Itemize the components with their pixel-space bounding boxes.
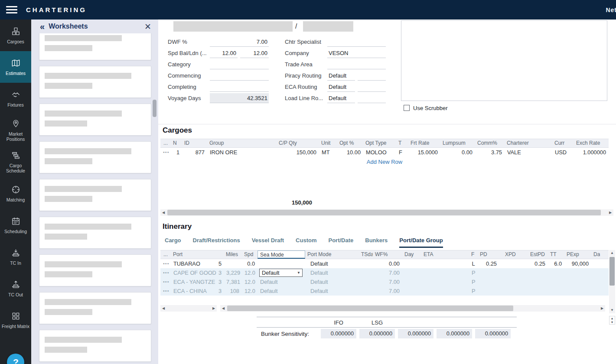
itin-cell-wf[interactable]: 7.00	[373, 286, 402, 296]
itin-cell-da[interactable]	[591, 259, 600, 268]
cargo-row-menu-icon[interactable]: •••	[160, 148, 171, 157]
worksheet-list-item[interactable]	[39, 66, 151, 98]
sidebar-item-market-positions[interactable]: Market Positions	[0, 114, 31, 146]
hamburger-menu-icon[interactable]	[6, 6, 17, 13]
itin-cell-sea-mode[interactable]: Default	[257, 286, 305, 296]
cargo-cell-group[interactable]: IRON ORE	[207, 148, 277, 157]
tab-custom[interactable]: Custom	[296, 237, 316, 248]
piracy-routing-input-2[interactable]	[358, 71, 386, 81]
itin-cell-miles[interactable]: 3,229	[224, 268, 242, 277]
itin-cell-xpd[interactable]	[503, 259, 528, 268]
scroll-right-icon[interactable]: ▶	[607, 211, 613, 214]
itin-cell-port[interactable]: CAPE OF GOOD	[171, 268, 218, 277]
itin-cell-pexp[interactable]	[564, 286, 591, 296]
itin-cell-port[interactable]: ECA - CHINA	[171, 286, 218, 296]
scroll-up-icon[interactable]: ▲	[609, 250, 615, 256]
worksheet-list-item[interactable]	[39, 179, 151, 211]
itin-cell-tt[interactable]: 6.0	[548, 259, 564, 268]
worksheet-list-item[interactable]	[39, 217, 151, 249]
scroll-left-icon[interactable]: ◀	[220, 306, 226, 310]
cargo-cell-frt-rate[interactable]: 15.0000	[408, 148, 440, 157]
cargo-cell-id[interactable]: 877	[182, 148, 207, 157]
cargo-cell-curr[interactable]: USD	[552, 148, 574, 157]
itin-row-menu-icon[interactable]: •••	[160, 268, 171, 277]
itin-cell-xpd[interactable]	[503, 268, 528, 277]
scrollbar-thumb[interactable]	[227, 306, 513, 311]
add-new-row-link[interactable]: Add New Row	[367, 159, 402, 165]
itin-cell-day[interactable]	[402, 259, 421, 268]
itin-cell-clipped[interactable]: 3	[218, 277, 224, 286]
bunker-sensitivity-input[interactable]: 0.000000	[398, 329, 433, 338]
itin-cell-estpd[interactable]	[528, 286, 548, 296]
worksheet-list-item[interactable]	[39, 330, 151, 362]
tab-port-date[interactable]: Port/Date	[328, 237, 353, 248]
scroll-left-icon[interactable]: ◀	[160, 211, 166, 214]
commencing-input[interactable]	[210, 71, 269, 81]
tab-cargo[interactable]: Cargo	[165, 237, 181, 248]
tab-bunkers[interactable]: Bunkers	[365, 237, 388, 248]
dwf-input[interactable]: 7.00	[210, 37, 269, 47]
worksheet-list-item[interactable]	[39, 141, 151, 173]
spd-ldn-input[interactable]: 12.00	[240, 48, 269, 58]
itin-cell-tsday[interactable]	[359, 268, 373, 277]
itin-cell-spd[interactable]: 12.0	[242, 268, 257, 277]
itin-cell-da[interactable]	[591, 277, 600, 286]
itin-cell-eta[interactable]	[421, 259, 469, 268]
itin-cell-day[interactable]	[402, 268, 421, 277]
itin-row-menu-icon[interactable]: •••	[160, 286, 171, 296]
sidebar-item-freight-matrix[interactable]: Freight Matrix	[0, 304, 31, 336]
load-line-input-2[interactable]	[358, 93, 386, 103]
tab-vessel-draft[interactable]: Vessel Draft	[252, 237, 284, 248]
itin-cell-port-mode[interactable]: Default	[305, 259, 359, 268]
itin-row-menu-icon[interactable]: •••	[160, 277, 171, 286]
completing-input[interactable]	[210, 82, 269, 92]
sidebar-item-tc-out[interactable]: TC Out	[0, 273, 31, 304]
itin-cell-pexp[interactable]: 90,000	[564, 259, 591, 268]
category-input[interactable]	[210, 59, 269, 69]
itin-cell-estpd[interactable]: 0.25	[528, 259, 548, 268]
itin-cell-spd[interactable]: 12.0	[242, 286, 257, 296]
itin-cell-f[interactable]: P	[469, 286, 478, 296]
itin-cell-day[interactable]	[402, 286, 421, 296]
itin-cell-da[interactable]	[591, 286, 600, 296]
scroll-right-icon[interactable]: ▶	[599, 306, 605, 310]
itin-cell-tsday[interactable]	[359, 259, 373, 268]
itin-cell-sea-mode[interactable]	[257, 259, 305, 268]
itin-cell-eta[interactable]	[421, 286, 469, 296]
collapse-panel-icon[interactable]: «	[40, 22, 45, 31]
itin-cell-port-mode[interactable]: Default	[305, 277, 359, 286]
itin-cell-miles[interactable]	[224, 259, 242, 268]
itin-cell-port[interactable]: TUBARAO	[171, 259, 218, 268]
bunker-sensitivity-input[interactable]: 0.000000	[475, 329, 511, 338]
itin-cell-tsday[interactable]	[359, 277, 373, 286]
itin-cell-miles[interactable]: 108	[224, 286, 242, 296]
itin-cell-pexp[interactable]	[564, 268, 591, 277]
itin-cell-spd[interactable]: 0.0	[242, 259, 257, 268]
scroll-down-icon[interactable]: ▼	[609, 307, 615, 313]
bunker-sensitivity-input[interactable]: 0.000000	[321, 329, 356, 338]
worksheet-list-item[interactable]	[39, 292, 151, 324]
itin-row-menu-icon[interactable]: •••	[160, 259, 171, 268]
itin-cell-pexp[interactable]	[564, 277, 591, 286]
close-icon[interactable]: ✕	[144, 22, 151, 32]
spinner-up-icon[interactable]: ▲	[609, 316, 615, 320]
itin-cell-sea-mode[interactable]: Default	[257, 277, 305, 286]
notes-textarea[interactable]	[401, 20, 607, 101]
tab-port-date-group[interactable]: Port/Date Group	[399, 237, 443, 248]
scrollbar-thumb[interactable]	[609, 257, 615, 286]
cargo-cell-charterer[interactable]: VALE	[505, 148, 552, 157]
topbar-right-text[interactable]: Net	[606, 6, 616, 13]
itin-cell-wf[interactable]: 7.00	[373, 277, 402, 286]
itin-cell-day[interactable]	[402, 277, 421, 286]
sidebar-item-estimates[interactable]: Estimates	[0, 51, 31, 83]
spinner-down-icon[interactable]: ▼	[609, 320, 615, 324]
itin-cell-tsday[interactable]	[359, 286, 373, 296]
scrollbar-thumb[interactable]	[167, 210, 601, 215]
itin-cell-port-mode[interactable]: Default	[305, 268, 359, 277]
worksheet-list-item[interactable]	[39, 104, 151, 136]
itin-col-sea-mode[interactable]: Sea Mode	[257, 250, 305, 259]
use-scrubber-checkbox[interactable]	[404, 105, 410, 111]
help-button[interactable]: ?	[7, 354, 24, 364]
eca-routing-input[interactable]: Default	[327, 82, 355, 92]
cargo-cell-exch-rate[interactable]: 1.000000	[574, 148, 609, 157]
